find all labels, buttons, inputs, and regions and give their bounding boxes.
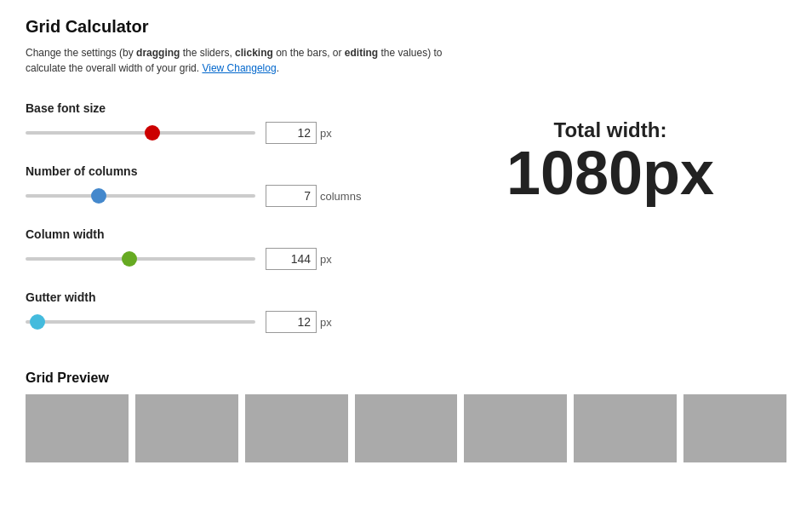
number-of-columns-input-group: columns	[266, 185, 361, 207]
column-width-unit: px	[320, 253, 332, 266]
grid-column-3	[245, 394, 348, 462]
base-font-size-thumb[interactable]	[145, 125, 160, 141]
base-font-size-row: Base font size px	[26, 101, 434, 144]
number-of-columns-slider-row: columns	[26, 185, 434, 207]
base-font-size-slider[interactable]	[26, 124, 255, 141]
gutter-width-row: Gutter width px	[26, 290, 434, 333]
gutter-width-label: Gutter width	[26, 290, 434, 304]
column-width-slider[interactable]	[26, 250, 255, 267]
grid-columns-container	[26, 394, 786, 462]
base-font-size-label: Base font size	[26, 101, 434, 115]
base-font-size-input-group: px	[266, 122, 332, 144]
column-width-input-group: px	[266, 248, 332, 270]
number-of-columns-slider[interactable]	[26, 187, 255, 204]
gutter-width-thumb[interactable]	[30, 314, 45, 330]
gutter-width-input[interactable]	[266, 311, 317, 333]
number-of-columns-input[interactable]	[266, 185, 317, 207]
main-layout: Base font size px Number of columns	[26, 101, 786, 353]
slider-track	[26, 131, 255, 135]
column-width-slider-row: px	[26, 248, 434, 270]
controls-section: Base font size px Number of columns	[26, 101, 434, 353]
page-description: Change the settings (by dragging the sli…	[26, 45, 451, 76]
gutter-width-input-group: px	[266, 311, 332, 333]
grid-column-5	[464, 394, 567, 462]
column-width-row: Column width px	[26, 227, 434, 270]
base-font-size-unit: px	[320, 127, 332, 140]
grid-column-6	[574, 394, 677, 462]
column-width-input[interactable]	[266, 248, 317, 270]
page-title: Grid Calculator	[26, 17, 786, 37]
total-width-value: 1080px	[506, 142, 714, 204]
column-width-thumb[interactable]	[122, 251, 137, 267]
column-width-label: Column width	[26, 227, 434, 241]
grid-column-1	[26, 394, 129, 462]
grid-preview-title: Grid Preview	[26, 370, 786, 386]
grid-column-7	[683, 394, 786, 462]
base-font-size-slider-row: px	[26, 122, 434, 144]
gutter-width-slider-row: px	[26, 311, 434, 333]
number-of-columns-row: Number of columns columns	[26, 164, 434, 207]
gutter-width-slider[interactable]	[26, 313, 255, 330]
grid-preview-section: Grid Preview	[26, 370, 786, 462]
changelog-link[interactable]: View Changelog	[202, 62, 276, 74]
grid-column-4	[355, 394, 458, 462]
base-font-size-input[interactable]	[266, 122, 317, 144]
number-of-columns-thumb[interactable]	[91, 188, 106, 204]
number-of-columns-label: Number of columns	[26, 164, 434, 178]
total-width-section: Total width: 1080px	[434, 101, 786, 204]
number-of-columns-unit: columns	[320, 190, 361, 203]
slider-track	[26, 320, 255, 324]
gutter-width-unit: px	[320, 316, 332, 329]
slider-track	[26, 257, 255, 261]
grid-column-2	[135, 394, 238, 462]
slider-track	[26, 194, 255, 198]
